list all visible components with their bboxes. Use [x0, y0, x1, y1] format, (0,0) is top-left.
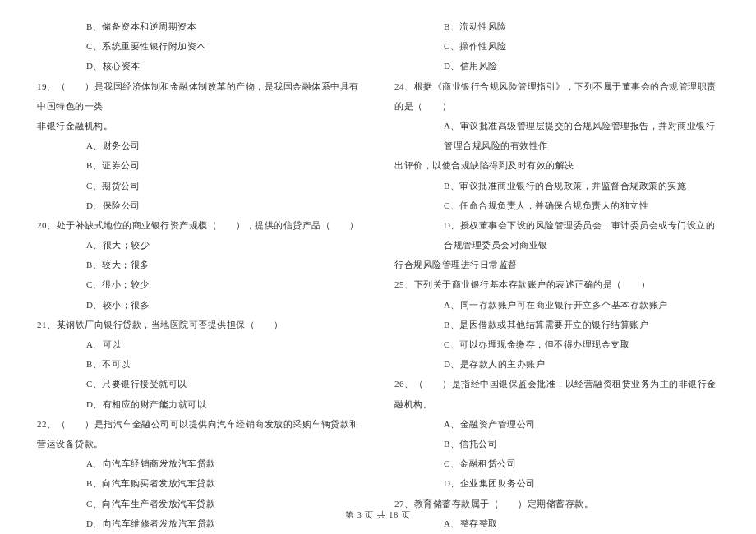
q19-stem-line1: 19、（ ）是我国经济体制和金融体制改革的产物，是我国金融体系中具有中国特色的一… — [37, 76, 362, 116]
q24-option-b: B、审议批准商业银行的合规政策，并监督合规政策的实施 — [394, 176, 719, 196]
q22-stem: 22、（ ）是指汽车金融公司可以提供向汽车经销商发放的采购车辆贷款和营运设备贷款… — [37, 414, 362, 453]
q21-option-a: A、可以 — [37, 334, 362, 354]
q21-option-b: B、不可以 — [37, 354, 362, 374]
q25-option-b: B、是因借款或其他结算需要开立的银行结算账户 — [394, 315, 719, 334]
q23-option-b: B、流动性风险 — [394, 16, 719, 36]
q22-option-a: A、向汽车经销商发放汽车贷款 — [37, 453, 362, 473]
q19-option-d: D、保险公司 — [37, 196, 362, 215]
q20-option-b: B、较大；很多 — [37, 255, 362, 274]
q24-option-d-line1: D、授权董事会下设的风险管理委员会，审计委员会或专门设立的合规管理委员会对商业银 — [394, 215, 719, 255]
q24-option-a-line1: A、审议批准高级管理层提交的合规风险管理报告，并对商业银行管理合规风险的有效性作 — [394, 116, 719, 155]
right-column: B、流动性风险 C、操作性风险 D、信用风险 24、根据《商业银行合规风险管理指… — [394, 16, 719, 501]
q26-option-d: D、企业集团财务公司 — [394, 473, 719, 493]
q22-option-b: B、向汽车购买者发放汽车贷款 — [37, 473, 362, 493]
q18-option-d: D、核心资本 — [37, 56, 362, 76]
q21-stem: 21、某钢铁厂向银行贷款，当地医院可否提供担保（ ） — [37, 315, 362, 334]
two-column-layout: B、储备资本和逆周期资本 C、系统重要性银行附加资本 D、核心资本 19、（ ）… — [37, 16, 719, 501]
q19-option-c: C、期货公司 — [37, 176, 362, 196]
q18-option-c: C、系统重要性银行附加资本 — [37, 36, 362, 56]
page-footer: 第 3 页 共 18 页 — [0, 506, 756, 524]
q25-stem: 25、下列关于商业银行基本存款账户的表述正确的是（ ） — [394, 274, 719, 294]
q19-option-b: B、证券公司 — [37, 155, 362, 175]
q25-option-a: A、同一存款账户可在商业银行开立多个基本存款账户 — [394, 295, 719, 315]
q26-option-b: B、信托公司 — [394, 434, 719, 453]
q24-stem: 24、根据《商业银行合规风险管理指引》，下列不属于董事会的合规管理职责的是（ ） — [394, 76, 719, 116]
q19-option-a: A、财务公司 — [37, 136, 362, 155]
q24-option-a-line2: 出评价，以使合规缺陷得到及时有效的解决 — [394, 155, 719, 175]
q26-option-c: C、金融租赁公司 — [394, 453, 719, 473]
q26-option-a: A、金融资产管理公司 — [394, 414, 719, 434]
q18-option-b: B、储备资本和逆周期资本 — [37, 16, 362, 36]
q25-option-d: D、是存款人的主办账户 — [394, 354, 719, 374]
q23-option-d: D、信用风险 — [394, 56, 719, 76]
q21-option-c: C、只要银行接受就可以 — [37, 374, 362, 394]
q20-option-d: D、较小；很多 — [37, 295, 362, 315]
q20-option-c: C、很小；较少 — [37, 274, 362, 294]
q23-option-c: C、操作性风险 — [394, 36, 719, 56]
q19-stem-line2: 非银行金融机构。 — [37, 116, 362, 136]
left-column: B、储备资本和逆周期资本 C、系统重要性银行附加资本 D、核心资本 19、（ ）… — [37, 16, 362, 501]
q20-stem: 20、处于补缺式地位的商业银行资产规模（ ），提供的信贷产品（ ） — [37, 215, 362, 235]
q25-option-c: C、可以办理现金缴存，但不得办理现金支取 — [394, 334, 719, 354]
q24-option-c: C、任命合规负责人，并确保合规负责人的独立性 — [394, 196, 719, 215]
q24-option-d-line2: 行合规风险管理进行日常监督 — [394, 255, 719, 274]
q26-stem: 26、（ ）是指经中国银保监会批准，以经营融资租赁业务为主的非银行金融机构。 — [394, 374, 719, 413]
q21-option-d: D、有相应的财产能力就可以 — [37, 394, 362, 414]
q20-option-a: A、很大；较少 — [37, 235, 362, 255]
